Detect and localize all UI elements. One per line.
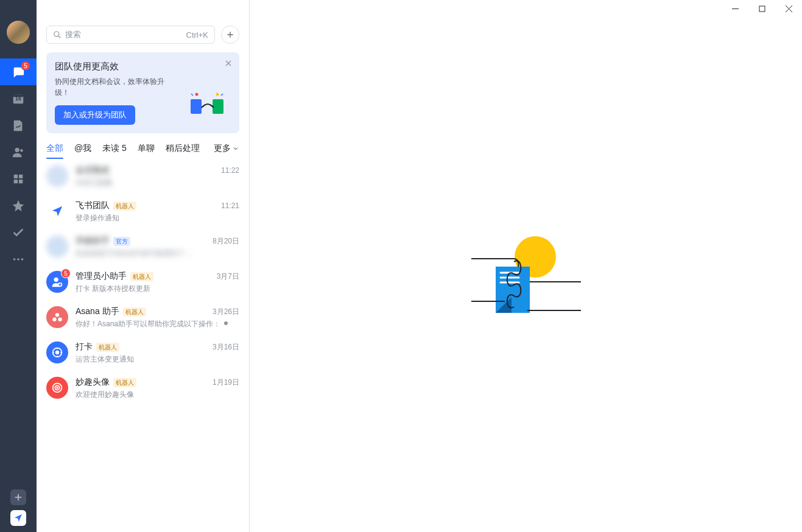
conversation-time: 3月26日: [213, 307, 239, 317]
svg-rect-26: [759, 6, 765, 12]
nav-messages-badge: 5: [21, 61, 30, 71]
conversation-panel: 搜索 Ctrl+K 团队使用更高效 协同使用文档和会议，效率体验升级！ 加入或升…: [37, 0, 250, 532]
conversation-body: Asana 助手机器人3月26日你好！Asana助手可以帮助你完成以下操作：: [76, 306, 239, 329]
conversation-avatar: [46, 236, 68, 257]
conversation-name: 会话预览: [76, 165, 110, 176]
svg-point-19: [52, 317, 56, 321]
maximize-icon: [759, 5, 765, 12]
conversation-item[interactable]: 飞书团队机器人11:21登录操作通知: [37, 194, 249, 229]
search-shortcut: Ctrl+K: [186, 30, 208, 40]
svg-rect-13: [213, 99, 223, 114]
user-avatar[interactable]: [7, 21, 30, 44]
window-close-button[interactable]: [775, 0, 802, 17]
more-icon: [12, 253, 25, 266]
search-icon: [53, 30, 62, 39]
svg-rect-7: [19, 180, 23, 183]
nav-workspace[interactable]: [0, 166, 37, 192]
search-input[interactable]: 搜索 Ctrl+K: [46, 26, 215, 44]
window-controls: [722, 0, 802, 17]
unread-dot: [224, 321, 228, 325]
promo-upgrade-button[interactable]: 加入或升级为团队: [55, 105, 135, 125]
conversation-preview: 欢迎使用妙趣头像: [76, 390, 134, 400]
conversation-name: Asana 助手: [76, 306, 119, 317]
svg-point-18: [55, 313, 59, 317]
nav-messages[interactable]: 5: [0, 58, 37, 85]
nav-contacts[interactable]: [0, 139, 37, 166]
official-tag: 官方: [113, 237, 130, 246]
nav-tasks[interactable]: [0, 219, 37, 246]
check-icon: [12, 226, 25, 239]
conversation-preview: 打卡 新版本待授权更新: [76, 284, 150, 294]
conversation-body: 会话预览11:22内容已隐藏: [76, 165, 239, 188]
conversation-body: 管理员小助手机器人3月7日打卡 新版本待授权更新: [76, 271, 239, 294]
conversation-preview: 内容已隐藏: [76, 178, 112, 188]
close-icon: [786, 5, 792, 12]
minimize-icon: [732, 5, 739, 12]
svg-point-9: [17, 258, 19, 261]
nav-add-button[interactable]: [10, 489, 26, 505]
window-minimize-button[interactable]: [722, 0, 748, 17]
window-maximize-button[interactable]: [748, 0, 775, 17]
svg-rect-4: [14, 175, 18, 178]
promo-title: 团队使用更高效: [55, 61, 231, 72]
bot-tag: 机器人: [130, 272, 153, 281]
svg-point-8: [13, 258, 16, 261]
conversation-time: 11:21: [221, 201, 239, 210]
conversation-avatar: 5: [46, 271, 68, 293]
nav-docs[interactable]: [0, 112, 37, 139]
bot-tag: 机器人: [123, 307, 146, 317]
conversation-item[interactable]: Asana 助手机器人3月26日你好！Asana助手可以帮助你完成以下操作：: [37, 300, 249, 335]
star-icon: [12, 199, 25, 212]
new-chat-button[interactable]: [221, 26, 239, 44]
svg-point-16: [54, 278, 58, 282]
search-placeholder: 搜索: [65, 29, 183, 40]
nav-calendar[interactable]: 16: [0, 85, 37, 112]
filter-at-me[interactable]: @我: [74, 143, 91, 159]
conversation-preview: 你好！Asana助手可以帮助你完成以下操作：: [76, 319, 220, 329]
plane-icon: [13, 513, 23, 523]
svg-point-10: [21, 258, 24, 261]
conversation-time: 11:22: [221, 166, 239, 175]
filter-single[interactable]: 单聊: [138, 143, 155, 159]
nav-favorites[interactable]: [0, 192, 37, 219]
conversation-item[interactable]: 5管理员小助手机器人3月7日打卡 新版本待授权更新: [37, 265, 249, 300]
svg-point-15: [216, 93, 219, 96]
conversation-item[interactable]: 会话预览11:22内容已隐藏: [37, 159, 249, 194]
conversation-item[interactable]: 妙趣头像机器人1月19日欢迎使用妙趣头像: [37, 371, 249, 406]
svg-rect-12: [191, 99, 202, 114]
conversation-time: 1月19日: [213, 377, 239, 388]
bot-tag: 机器人: [96, 343, 119, 352]
conversation-item[interactable]: 打卡机器人3月16日运营主体变更通知: [37, 335, 249, 371]
filter-more[interactable]: 更多: [214, 143, 239, 159]
conversation-avatar: [46, 341, 68, 363]
svg-point-2: [15, 148, 19, 152]
svg-rect-6: [14, 180, 18, 183]
close-icon: [223, 58, 233, 68]
filter-all[interactable]: 全部: [46, 143, 63, 159]
conversation-preview: 运营主体变更通知: [76, 354, 134, 365]
conversation-list: 会话预览11:22内容已隐藏飞书团队机器人11:21登录操作通知升级助手官方8月…: [37, 159, 249, 532]
promo-close-button[interactable]: [223, 58, 233, 70]
conversation-item[interactable]: 升级助手官方8月20日的桌面端飞书自动升级可能遇到了…: [37, 229, 249, 265]
conversation-avatar: [46, 165, 68, 187]
conversation-body: 飞书团队机器人11:21登录操作通知: [76, 200, 239, 223]
chevron-down-icon: [232, 145, 239, 152]
promo-desc: 协同使用文档和会议，效率体验升级！: [55, 76, 171, 98]
svg-rect-5: [19, 175, 23, 178]
conversation-avatar: [46, 377, 68, 399]
filter-unread[interactable]: 未读 5: [102, 143, 127, 159]
docs-icon: [12, 119, 25, 132]
search-row: 搜索 Ctrl+K: [37, 0, 249, 50]
nav-more[interactable]: [0, 246, 37, 273]
plus-icon: [13, 492, 23, 502]
nav-app-button[interactable]: [10, 510, 26, 526]
handshake-icon: [188, 92, 226, 120]
conversation-body: 升级助手官方8月20日的桌面端飞书自动升级可能遇到了…: [76, 236, 239, 259]
filter-later[interactable]: 稍后处理: [166, 143, 200, 159]
conversation-name: 飞书团队: [76, 200, 110, 211]
conversation-preview: 的桌面端飞书自动升级可能遇到了…: [76, 248, 192, 259]
svg-point-22: [56, 351, 59, 354]
svg-point-3: [20, 149, 23, 152]
contacts-icon: [12, 145, 25, 159]
bot-tag: 机器人: [113, 201, 136, 211]
